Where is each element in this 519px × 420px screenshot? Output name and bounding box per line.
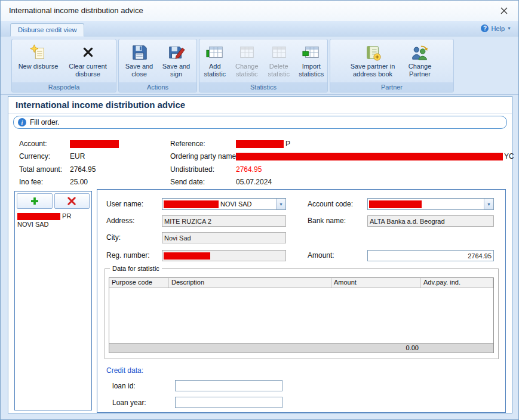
credit-data-header: Credit data: xyxy=(106,366,143,375)
close-icon xyxy=(500,7,508,15)
change-partner-icon xyxy=(411,44,429,61)
change-partner-label: Change Partner xyxy=(404,63,436,78)
save-and-sign-label: Save and sign xyxy=(161,63,192,78)
tab-disburse-credit-view[interactable]: Disburse credit view xyxy=(10,23,84,36)
column-amount: Amount xyxy=(331,278,421,288)
user-name-redacted xyxy=(164,200,219,208)
amount-field[interactable] xyxy=(367,250,494,261)
save-partner-button[interactable]: Save partner in address book xyxy=(345,41,400,80)
title-separator xyxy=(8,113,512,114)
app-window: International income distribution advice… xyxy=(0,0,519,420)
help-icon: ? xyxy=(481,24,489,32)
help-button[interactable]: ? Help ▼ xyxy=(481,24,511,32)
reference-suffix: P xyxy=(285,140,290,148)
ino-fee-value: 25.00 xyxy=(70,178,88,186)
city-field xyxy=(162,232,286,243)
close-button[interactable] xyxy=(497,4,511,18)
statistic-total: 0.00 xyxy=(331,344,421,353)
partner-list-item[interactable]: PR NOVI SAD xyxy=(15,211,91,228)
bank-name-field xyxy=(367,215,494,227)
statistic-group: Data for statistic Purpose code Descript… xyxy=(105,268,499,359)
ordering-party-redacted xyxy=(236,153,503,160)
change-partner-button[interactable]: Change Partner xyxy=(401,41,438,80)
account-code-label: Account code: xyxy=(308,200,353,208)
plus-icon xyxy=(29,196,40,206)
user-name-combobox[interactable]: NOVI SAD ▼ xyxy=(162,198,286,210)
info-bar: i Fill order. xyxy=(13,116,507,129)
send-date-value: 05.07.2024 xyxy=(236,178,272,186)
info-text: Fill order. xyxy=(30,118,59,126)
save-partner-label: Save partner in address book xyxy=(348,63,398,78)
city-label: City: xyxy=(106,233,121,242)
title-bar: International income distribution advice xyxy=(1,1,518,21)
statistic-table-header: Purpose code Description Amount Adv.pay.… xyxy=(109,278,493,288)
clear-current-disburse-button[interactable]: Clear current disburse xyxy=(63,41,113,80)
delete-statistic-label: Delete statistic xyxy=(266,63,292,78)
ribbon-group-partner: Save partner in address book Change Part… xyxy=(330,39,454,92)
undistributed-value: 2764.95 xyxy=(236,165,262,174)
new-disburse-label: New disburse xyxy=(19,63,59,70)
bank-name-label: Bank name: xyxy=(308,217,346,225)
ribbon-group-statistics: Add statistic Change statistic xyxy=(199,39,328,92)
delete-statistic-icon xyxy=(270,44,288,61)
main-content: International income distribution advice… xyxy=(8,96,512,413)
amount-label: Amount: xyxy=(308,251,334,260)
group-label-raspodela: Raspodela xyxy=(12,82,116,92)
total-amount-value: 2764.95 xyxy=(70,165,96,174)
new-disburse-button[interactable]: New disburse xyxy=(15,41,62,73)
statistic-table-footer: 0.00 xyxy=(109,343,493,353)
statistic-table-body[interactable] xyxy=(109,288,493,343)
save-and-sign-icon xyxy=(167,44,185,61)
group-label-actions: Actions xyxy=(119,82,196,92)
reg-number-redacted xyxy=(164,252,210,260)
send-date-label: Send date: xyxy=(170,178,205,186)
window-title: International income distribution advice xyxy=(9,6,143,15)
loan-id-input[interactable] xyxy=(175,380,282,391)
save-and-close-button[interactable]: Save and close xyxy=(121,41,157,80)
remove-partner-button[interactable] xyxy=(54,193,90,209)
account-code-combobox[interactable]: ▼ xyxy=(367,198,494,210)
combo-arrow-icon: ▼ xyxy=(276,199,285,209)
group-label-statistics: Statistics xyxy=(199,82,327,92)
add-statistic-label: Add statistic xyxy=(202,63,228,78)
combo-arrow-icon: ▼ xyxy=(484,199,493,209)
change-statistic-label: Change statistic xyxy=(234,63,260,78)
partner-item-suffix: PR xyxy=(62,212,71,220)
column-adv-pay-ind: Adv.pay. ind. xyxy=(421,278,493,288)
ino-fee-label: Ino fee: xyxy=(19,178,43,186)
user-name-label: User name: xyxy=(106,200,143,208)
total-amount-label: Total amount: xyxy=(19,165,62,174)
change-statistic-icon xyxy=(238,44,256,61)
ribbon: New disburse Clear current disburse Rasp… xyxy=(1,36,518,95)
address-label: Address: xyxy=(106,217,134,225)
help-label: Help xyxy=(491,25,505,32)
clear-icon xyxy=(79,44,97,61)
reg-number-field xyxy=(162,250,286,261)
partner-detail-panel: User name: NOVI SAD ▼ Account code: ▼ Ad… xyxy=(97,189,506,413)
account-code-redacted xyxy=(369,200,422,208)
import-statistics-button[interactable]: Import statistics xyxy=(296,41,327,80)
import-statistics-label: Import statistics xyxy=(298,63,325,78)
import-statistics-icon xyxy=(302,44,320,61)
add-partner-button[interactable] xyxy=(17,193,53,209)
statistic-group-label: Data for statistic xyxy=(110,265,162,272)
loan-year-label: Loan year: xyxy=(112,399,146,407)
info-icon: i xyxy=(18,118,26,126)
loan-id-label: loan id: xyxy=(112,382,136,390)
currency-value: EUR xyxy=(70,152,85,160)
reference-label: Reference: xyxy=(170,140,205,148)
address-field xyxy=(162,215,286,227)
statistic-table: Purpose code Description Amount Adv.pay.… xyxy=(109,277,494,353)
partner-list-toolbar xyxy=(15,192,91,211)
loan-year-input[interactable] xyxy=(175,397,282,408)
add-statistic-button[interactable]: Add statistic xyxy=(199,41,231,80)
account-value-redacted xyxy=(70,140,119,148)
delete-statistic-button: Delete statistic xyxy=(263,41,294,80)
column-description: Description xyxy=(169,278,331,288)
save-and-close-label: Save and close xyxy=(124,63,155,78)
column-purpose-code: Purpose code xyxy=(109,278,169,288)
user-name-visible-text: NOVI SAD xyxy=(220,200,252,208)
tab-strip: Disburse credit view ? Help ▼ xyxy=(1,21,518,36)
save-and-sign-button[interactable]: Save and sign xyxy=(158,41,194,80)
chevron-down-icon: ▼ xyxy=(507,26,511,30)
